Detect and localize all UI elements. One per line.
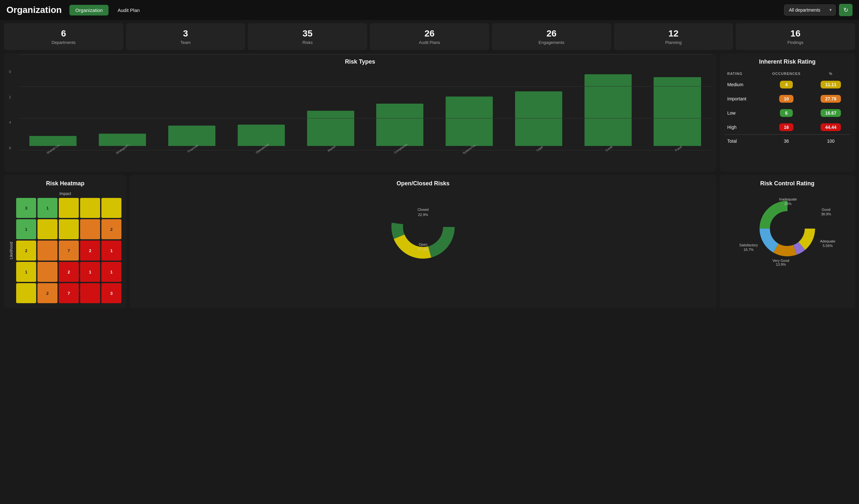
hm-cell-7 — [59, 219, 79, 239]
hm-cell-15: 1 — [16, 262, 36, 282]
dept-select[interactable]: All departmentsFinanceOperationsHRITLega… — [784, 4, 836, 15]
hm-cell-4 — [101, 198, 121, 218]
donut-container: Closed 22.9% Open 77.1% — [135, 192, 711, 262]
hm-cell-8 — [80, 219, 100, 239]
stat-label: Audit Plans — [373, 40, 486, 45]
stat-label: Risks — [251, 40, 364, 45]
bar-group-1: Strategic/Fr... — [89, 70, 156, 151]
irr-pct-badge: 11.11 — [820, 81, 841, 89]
inherent-risk-card: Inherent Risk Rating RATING OCCURENCES %… — [720, 53, 855, 172]
organization-button[interactable]: Organization — [70, 5, 108, 15]
hm-cell-14: 1 — [101, 241, 121, 261]
heatmap-grid: 311227211211273 — [16, 198, 121, 303]
audit-plan-button[interactable]: Audit Plan — [114, 5, 144, 15]
app-title: Organization — [6, 5, 62, 15]
stat-card-team: 3 Team — [126, 23, 245, 50]
header-right: All departmentsFinanceOperationsHRITLega… — [784, 4, 853, 16]
bar-5 — [376, 104, 423, 146]
hm-cell-16 — [37, 262, 58, 282]
irr-count-badge: 10 — [779, 95, 794, 103]
open-closed-title: Open/Closed Risks — [135, 180, 711, 187]
dept-select-wrapper[interactable]: All departmentsFinanceOperationsHRITLega… — [784, 4, 836, 15]
stat-number: 35 — [251, 28, 364, 39]
bar-3 — [238, 125, 285, 146]
satisfactory-pct: 16.7% — [743, 248, 753, 251]
hm-cell-0: 3 — [16, 198, 36, 218]
hm-cell-24: 3 — [101, 283, 121, 303]
irr-rating-label: Low — [725, 106, 761, 120]
heatmap-title: Risk Heatmap — [9, 180, 121, 187]
stat-card-audit-plans: 26 Audit Plans — [370, 23, 489, 50]
bar-group-4: Market — [297, 70, 364, 151]
closed-text: Closed — [418, 208, 428, 212]
irr-pct-cell: 11.11 — [812, 77, 850, 92]
gridline-6 — [19, 54, 711, 55]
stat-label: Departments — [7, 40, 120, 45]
irr-row-low: Low 6 16.67 — [725, 106, 850, 120]
bar-chart-area: 6 4 2 0 Shariah Co... Strategic/Fr... Fi… — [9, 70, 711, 167]
hm-cell-23 — [80, 283, 100, 303]
hm-cell-12: 7 — [59, 241, 79, 261]
stat-label: Findings — [739, 40, 852, 45]
hm-cell-1: 1 — [37, 198, 58, 218]
stat-card-risks: 35 Risks — [248, 23, 367, 50]
stat-number: 16 — [739, 28, 852, 39]
stat-number: 12 — [617, 28, 730, 39]
gridline-4 — [19, 86, 711, 87]
verygood-pct: 13.9% — [776, 262, 786, 266]
hm-cell-11 — [37, 241, 58, 261]
bar-group-9: Fraud — [644, 70, 711, 151]
heatmap-body: Likelihood 311227211211273 — [9, 198, 121, 303]
irr-total-pct: 100 — [812, 135, 850, 147]
hm-cell-13: 2 — [80, 241, 100, 261]
main-grid: Risk Types 6 4 2 0 Shariah Co... Strateg… — [0, 53, 859, 175]
bar-1 — [99, 134, 146, 146]
stat-card-engagements: 26 Engagements — [492, 23, 611, 50]
risk-types-title: Risk Types — [9, 58, 711, 65]
irr-pct-cell: 44.44 — [812, 120, 850, 135]
bar-2 — [168, 126, 215, 146]
hm-cell-2 — [59, 198, 79, 218]
hm-cell-6 — [37, 219, 58, 239]
irr-total-label: Total — [725, 135, 761, 147]
hm-cell-17: 2 — [59, 262, 79, 282]
hm-cell-20 — [16, 283, 36, 303]
irr-row-high: High 16 44.44 — [725, 120, 850, 135]
irr-row-important: Important 10 27.78 — [725, 92, 850, 106]
irr-pct-cell: 27.78 — [812, 92, 850, 106]
open-closed-donut: Closed 22.9% Open 77.1% — [388, 192, 458, 262]
adequate-pct: 5.56% — [823, 244, 832, 248]
stat-number: 3 — [129, 28, 242, 39]
open-pct-text: 77.1% — [418, 248, 428, 251]
hm-cell-22: 7 — [59, 283, 79, 303]
bar-group-6: System/Tec... — [436, 70, 503, 151]
stat-card-planning: 12 Planning — [614, 23, 733, 50]
inherent-risk-title: Inherent Risk Rating — [725, 58, 850, 65]
bottom-grid: Risk Heatmap Impact Likelihood 311227211… — [0, 175, 859, 312]
irr-rating-label: Medium — [725, 77, 761, 92]
hm-cell-18: 1 — [80, 262, 100, 282]
closed-pct-text: 22.9% — [418, 213, 428, 217]
irr-count-cell: 4 — [761, 77, 812, 92]
irr-count-badge: 16 — [779, 123, 794, 131]
refresh-icon: ↻ — [844, 6, 848, 14]
hm-cell-9: 2 — [101, 219, 121, 239]
refresh-button[interactable]: ↻ — [839, 4, 853, 16]
hm-cell-19: 1 — [101, 262, 121, 282]
rcr-donut-container: Inadequate 25% Good 38.9% Adequate 5.56%… — [725, 192, 850, 266]
hm-cell-10: 2 — [16, 241, 36, 261]
hm-cell-21: 2 — [37, 283, 58, 303]
stat-number: 6 — [7, 28, 120, 39]
app-header: Organization Organization Audit Plan All… — [0, 0, 859, 20]
bar-group-0: Shariah Co... — [19, 70, 87, 151]
bar-9 — [653, 77, 701, 146]
rcr-donut-svg: Inadequate 25% Good 38.9% Adequate 5.56%… — [739, 192, 836, 266]
irr-total-row: Total 36 100 — [725, 135, 850, 147]
open-text: Open — [419, 243, 427, 246]
stat-card-findings: 16 Findings — [736, 23, 855, 50]
irr-pct-cell: 16.67 — [812, 106, 850, 120]
irr-row-medium: Medium 4 11.11 — [725, 77, 850, 92]
bar-group-2: Financial — [158, 70, 226, 151]
bar-group-3: Operational — [227, 70, 295, 151]
risk-control-title: Risk Control Rating — [725, 180, 850, 187]
